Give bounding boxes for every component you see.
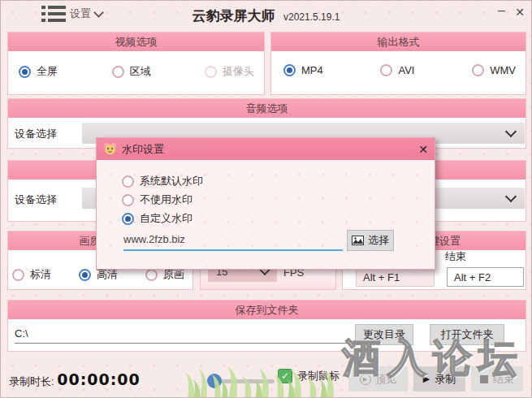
watermark-text-input[interactable]: www.2fzb.biz — [123, 233, 343, 251]
radio-default-watermark[interactable]: 系统默认水印 — [122, 174, 203, 188]
radio-fullscreen[interactable]: 全屏 — [19, 64, 58, 79]
minimize-button[interactable]: – — [498, 2, 505, 19]
save-folder-header: 保存到文件夹 — [8, 301, 526, 319]
play-icon: ▶ — [423, 374, 430, 384]
duration-value: 00:00:00 — [57, 370, 141, 388]
radio-icon — [205, 66, 217, 78]
video-options-panel: 视频选项 — [7, 32, 265, 95]
radio-icon — [112, 66, 124, 78]
radio-mp4[interactable]: MP4 — [283, 64, 323, 76]
watermark-dialog: 水印设置 ✕ 系统默认水印 不使用水印 自定义水印 www.2fzb.biz 选… — [96, 137, 435, 270]
dropdown-chevron-icon — [505, 191, 517, 202]
radio-wmv[interactable]: WMV — [472, 64, 516, 76]
watermark-dialog-icon — [103, 142, 117, 156]
radio-icon — [283, 64, 296, 76]
watermark-dialog-title: 水印设置 — [122, 142, 164, 157]
image-icon — [352, 236, 364, 245]
select-button-label: 选择 — [368, 233, 389, 248]
video-options-header: 视频选项 — [8, 32, 264, 51]
radio-icon — [472, 64, 484, 76]
radio-icon — [122, 175, 134, 188]
watermark-dialog-titlebar[interactable]: 水印设置 ✕ — [97, 138, 435, 160]
radio-icon — [19, 66, 31, 78]
record-mouse-checkbox[interactable]: ✓ — [278, 369, 292, 383]
open-folder-button[interactable]: 打开文件夹 — [430, 324, 504, 345]
app-window: 设置 云豹录屏大师 v2021.5.19.1 – ✕ 视频选项 全屏 区域 摄像… — [0, 0, 532, 398]
audio-options-header: 音频选项 — [8, 99, 526, 118]
duration-label: 录制时长: — [9, 375, 54, 387]
preview-button: ▶ 预览 — [348, 366, 408, 392]
hotkey-stop-label: 结束 — [445, 249, 466, 264]
stop-button: 结束 — [471, 366, 523, 392]
radio-icon — [122, 194, 134, 206]
radio-avi[interactable]: AVI — [380, 64, 414, 76]
record-mouse-option: ✓ 录制鼠标 — [278, 369, 340, 383]
change-directory-button[interactable]: 更改目录 — [355, 324, 413, 345]
window-version: v2021.5.19.1 — [283, 11, 340, 23]
close-button[interactable]: ✕ — [515, 6, 525, 19]
recording-duration: 录制时长: 00:00:00 — [9, 370, 141, 389]
play-circle-icon: ▶ — [360, 374, 371, 385]
dropdown-chevron-icon — [505, 126, 517, 137]
stop-icon — [480, 375, 488, 383]
radio-no-watermark[interactable]: 不使用水印 — [122, 193, 192, 207]
window-title-area: 云豹录屏大师 v2021.5.19.1 — [1, 6, 531, 25]
radio-icon — [145, 269, 158, 281]
radio-icon — [380, 64, 392, 76]
hotkey-start-input[interactable]: Alt + F1 — [356, 267, 435, 287]
footer-bar: 录制时长: 00:00:00 ✓ 录制鼠标 ▶ 预览 ▶ 录制 结束 — [1, 357, 531, 398]
titlebar: 设置 云豹录屏大师 v2021.5.19.1 – ✕ — [1, 1, 531, 28]
radio-icon — [12, 269, 24, 281]
output-format-header: 输出格式 — [271, 32, 526, 51]
radio-camera: 摄像头 — [205, 64, 254, 79]
volume-slider[interactable] — [208, 374, 275, 388]
hotkey-stop-input[interactable]: Alt + F2 — [447, 267, 524, 287]
dialog-close-button[interactable]: ✕ — [418, 143, 428, 156]
select-image-button[interactable]: 选择 — [347, 230, 394, 251]
output-format-panel: 输出格式 — [270, 32, 526, 95]
radio-sd[interactable]: 标清 — [12, 267, 51, 282]
slider-thumb[interactable] — [207, 374, 222, 388]
radio-icon — [79, 269, 91, 281]
record-button[interactable]: ▶ 录制 — [413, 366, 465, 392]
window-title: 云豹录屏大师 — [192, 8, 275, 24]
audio-device-label: 设备选择 — [15, 127, 57, 141]
radio-region[interactable]: 区域 — [112, 64, 151, 79]
save-path-field[interactable]: C:\ — [15, 327, 348, 344]
radio-custom-watermark[interactable]: 自定义水印 — [122, 211, 192, 226]
radio-icon — [122, 213, 134, 225]
record-mouse-label: 录制鼠标 — [297, 369, 340, 383]
mic-device-label: 设备选择 — [15, 193, 57, 207]
